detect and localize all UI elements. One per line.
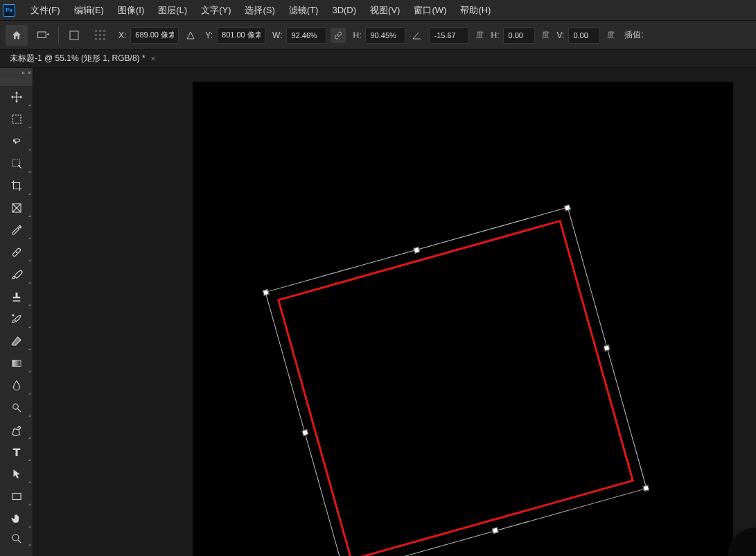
toolbox-header[interactable]: » × xyxy=(0,68,33,78)
rotation-input[interactable] xyxy=(429,27,469,44)
y-label: Y: xyxy=(205,31,213,40)
svg-rect-2 xyxy=(95,30,97,32)
zoom-tool[interactable] xyxy=(0,530,33,548)
link-wh-button[interactable] xyxy=(331,28,346,43)
eraser-icon xyxy=(10,335,23,347)
document-tab-bar: 未标题-1 @ 55.1% (矩形 1, RGB/8) * × xyxy=(0,50,756,68)
angle-icon xyxy=(412,30,423,41)
menu-window[interactable]: 窗口(W) xyxy=(407,0,453,21)
gradient-icon xyxy=(10,357,23,370)
document-tab[interactable]: 未标题-1 @ 55.1% (矩形 1, RGB/8) * × xyxy=(3,50,163,67)
handle-tl[interactable] xyxy=(263,289,270,296)
arrow-icon xyxy=(10,468,23,480)
type-tool[interactable] xyxy=(0,441,33,463)
menu-3d[interactable]: 3D(D) xyxy=(325,1,363,19)
svg-rect-1 xyxy=(70,31,78,40)
rectangle-icon xyxy=(10,490,23,503)
interp-label: 插值: xyxy=(624,29,643,41)
w-input[interactable] xyxy=(286,27,326,44)
x-label: X: xyxy=(118,31,126,40)
menu-edit[interactable]: 编辑(E) xyxy=(67,0,111,21)
type-icon xyxy=(10,446,23,458)
move-icon xyxy=(10,91,23,103)
h-skew-label: H: xyxy=(491,31,499,40)
handle-bm[interactable] xyxy=(492,527,499,534)
crop-icon xyxy=(10,180,23,192)
transform-tool-icon-box[interactable] xyxy=(32,25,54,46)
close-icon[interactable]: × xyxy=(151,54,156,64)
svg-rect-4 xyxy=(103,30,105,32)
handle-tr[interactable] xyxy=(564,205,571,211)
menu-layer[interactable]: 图层(L) xyxy=(151,0,194,21)
pen-tool[interactable] xyxy=(0,419,33,441)
history-brush-tool[interactable] xyxy=(0,308,33,330)
handle-br[interactable] xyxy=(642,485,649,492)
svg-point-19 xyxy=(12,535,19,541)
document-canvas[interactable] xyxy=(193,82,733,556)
svg-rect-3 xyxy=(99,30,101,32)
brush-tool[interactable] xyxy=(0,263,33,286)
y-input[interactable] xyxy=(217,27,265,44)
svg-rect-11 xyxy=(12,115,21,123)
home-icon xyxy=(11,30,22,41)
crop-tool[interactable] xyxy=(0,175,33,197)
v-skew-label: V: xyxy=(556,31,564,40)
menu-filter[interactable]: 滤镜(T) xyxy=(282,0,326,21)
canvas-area[interactable] xyxy=(33,68,756,556)
frame-tool[interactable] xyxy=(0,197,33,219)
x-input[interactable] xyxy=(130,27,179,44)
eyedropper-tool[interactable] xyxy=(0,219,33,241)
pen-icon xyxy=(10,424,23,436)
hand-tool[interactable] xyxy=(0,507,33,530)
handle-tm[interactable] xyxy=(413,247,420,254)
document-tab-title: 未标题-1 @ 55.1% (矩形 1, RGB/8) * xyxy=(10,53,146,64)
healing-tool[interactable] xyxy=(0,241,33,263)
collapse-icon[interactable]: » xyxy=(21,69,25,76)
rectangle-tool[interactable] xyxy=(0,485,33,507)
refpoint-grid-icon xyxy=(94,29,107,42)
menu-help[interactable]: 帮助(H) xyxy=(453,0,498,21)
svg-rect-16 xyxy=(12,360,21,367)
app-logo: Ps xyxy=(3,4,15,17)
toolbox: » × xyxy=(0,68,33,556)
reference-point-toggle[interactable] xyxy=(63,25,85,46)
stamp-tool[interactable] xyxy=(0,286,33,308)
handle-mr[interactable] xyxy=(604,345,610,351)
h-skew-unit: 度 xyxy=(542,30,550,40)
quick-select-tool[interactable] xyxy=(0,153,33,175)
move-tool[interactable] xyxy=(0,86,33,108)
menu-file[interactable]: 文件(F) xyxy=(24,0,67,21)
droplet-icon xyxy=(10,379,23,392)
menu-view[interactable]: 视图(V) xyxy=(363,0,407,21)
svg-point-15 xyxy=(16,252,17,253)
magicwand-icon xyxy=(10,157,23,170)
menu-type[interactable]: 文字(Y) xyxy=(194,0,238,21)
smudge-tool[interactable] xyxy=(0,374,33,397)
path-select-tool[interactable] xyxy=(0,463,33,485)
marquee-tool[interactable] xyxy=(0,108,33,130)
svg-rect-6 xyxy=(99,34,101,36)
menu-image[interactable]: 图像(I) xyxy=(111,0,151,21)
handle-ml[interactable] xyxy=(301,429,308,436)
relative-position-toggle[interactable] xyxy=(183,25,198,46)
lasso-icon xyxy=(10,135,23,148)
link-icon xyxy=(334,31,342,40)
eraser-tool[interactable] xyxy=(0,330,33,352)
eyedropper-icon xyxy=(10,224,23,236)
transform-bounding-box[interactable] xyxy=(265,207,647,556)
dodge-icon xyxy=(10,401,23,414)
lasso-tool[interactable] xyxy=(0,130,33,153)
h-skew-input[interactable] xyxy=(503,27,535,44)
v-skew-input[interactable] xyxy=(568,27,600,44)
close-panel-icon[interactable]: × xyxy=(28,69,31,76)
gradient-tool[interactable] xyxy=(0,352,33,374)
marquee-icon xyxy=(10,113,23,125)
dodge-tool[interactable] xyxy=(0,397,33,419)
reference-point-grid[interactable] xyxy=(89,25,112,46)
menu-select[interactable]: 选择(S) xyxy=(238,0,281,21)
svg-point-17 xyxy=(13,404,19,410)
h-input[interactable] xyxy=(365,27,405,44)
svg-rect-5 xyxy=(95,34,97,36)
home-button[interactable] xyxy=(6,25,28,46)
rotation-unit: 度 xyxy=(476,30,484,40)
